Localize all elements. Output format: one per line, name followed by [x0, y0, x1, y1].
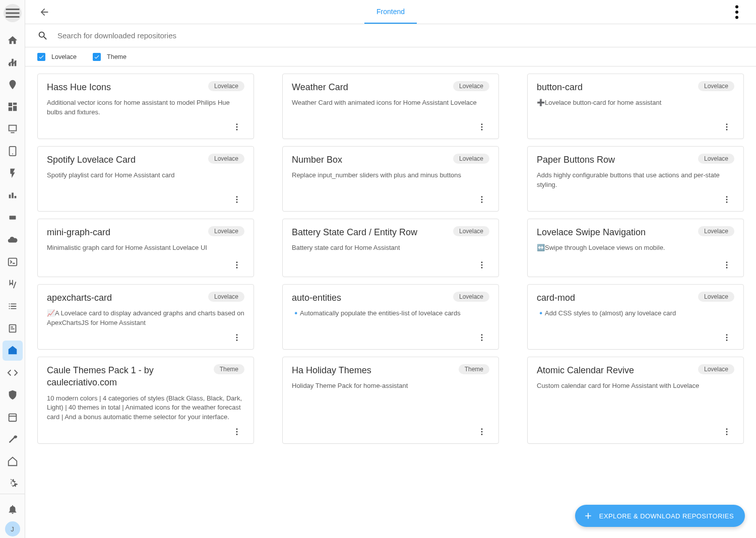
- repo-card[interactable]: Battery State Card / Entity RowLovelaceB…: [282, 219, 499, 277]
- header-more-button[interactable]: [728, 3, 746, 21]
- card-description: 🔹Automatically populate the entities-lis…: [292, 309, 489, 318]
- check-icon: [38, 54, 44, 60]
- card-more-button[interactable]: [474, 257, 489, 273]
- card-actions: [292, 422, 489, 439]
- nav-overview[interactable]: [3, 30, 23, 50]
- card-badge: Lovelace: [208, 81, 244, 91]
- nav-wrench[interactable]: [3, 429, 23, 449]
- repo-card[interactable]: Lovelace Swipe NavigationLovelace↔️Swipe…: [527, 219, 744, 277]
- repo-card[interactable]: card-modLovelace🔹Add CSS styles to (almo…: [527, 284, 744, 350]
- nav-calendar[interactable]: [3, 407, 23, 427]
- dots-vertical-icon: [722, 195, 731, 204]
- card-more-button[interactable]: [719, 192, 734, 207]
- dots-vertical-icon: [722, 427, 731, 436]
- repo-card[interactable]: Ha Holiday ThemesThemeHoliday Theme Pack…: [282, 357, 499, 444]
- svg-rect-2: [8, 258, 17, 266]
- card-more-button[interactable]: [229, 330, 244, 345]
- card-head: Atomic Calendar ReviveLovelace: [537, 364, 734, 376]
- nav-mobile[interactable]: [3, 141, 23, 161]
- repo-card[interactable]: Paper Buttons RowLovelaceAdds highly con…: [527, 146, 744, 212]
- repo-card[interactable]: Weather CardLovelaceWeather Card with an…: [282, 74, 499, 139]
- card-head: Paper Buttons RowLovelace: [537, 154, 734, 166]
- nav-chip[interactable]: [3, 208, 23, 228]
- card-title: Hass Hue Icons: [47, 81, 111, 93]
- repo-card[interactable]: Number BoxLovelaceReplace input_number s…: [282, 146, 499, 212]
- dots-vertical-icon: [477, 122, 486, 131]
- hamburger-icon: [4, 4, 22, 22]
- dots-vertical-icon: [728, 3, 746, 21]
- checkbox-lovelace[interactable]: [37, 53, 45, 61]
- card-more-button[interactable]: [719, 330, 734, 345]
- avatar[interactable]: J: [5, 521, 20, 536]
- card-more-button[interactable]: [229, 192, 244, 207]
- card-more-button[interactable]: [474, 330, 489, 345]
- card-head: card-modLovelace: [537, 292, 734, 304]
- search-row: [25, 24, 756, 47]
- card-description: Battery state card for Home Assistant: [292, 243, 489, 253]
- card-title: Caule Themes Pack 1 - by caulecriativo.c…: [47, 364, 209, 389]
- card-actions: [537, 255, 734, 273]
- card-more-button[interactable]: [229, 257, 244, 273]
- card-more-button[interactable]: [719, 424, 734, 439]
- nav-home2[interactable]: [3, 451, 23, 472]
- dots-vertical-icon: [477, 333, 486, 342]
- repo-card[interactable]: Hass Hue IconsLovelaceAdditional vector …: [37, 74, 254, 139]
- nav-terminal[interactable]: [3, 252, 23, 272]
- dots-vertical-icon: [722, 260, 731, 270]
- header: Frontend: [25, 0, 756, 24]
- repo-card[interactable]: Atomic Calendar ReviveLovelaceCustom cal…: [527, 357, 744, 444]
- nav-dashboard[interactable]: [3, 97, 23, 117]
- card-more-button[interactable]: [719, 257, 734, 273]
- nav-file[interactable]: [3, 318, 23, 339]
- nav-list[interactable]: [3, 296, 23, 316]
- repo-card[interactable]: auto-entitiesLovelace🔹Automatically popu…: [282, 284, 499, 350]
- nav-map[interactable]: [3, 75, 23, 95]
- nav-hacs[interactable]: [3, 341, 23, 361]
- tab-frontend[interactable]: Frontend: [364, 0, 417, 24]
- repo-card[interactable]: Spotify Lovelace CardLovelaceSpotify pla…: [37, 146, 254, 212]
- card-head: apexcharts-cardLovelace: [47, 292, 244, 304]
- search-input[interactable]: [57, 31, 744, 40]
- explore-fab[interactable]: EXPLORE & DOWNLOAD REPOSITORIES: [575, 505, 745, 527]
- card-head: Weather CardLovelace: [292, 81, 489, 93]
- card-title: Atomic Calendar Revive: [537, 364, 634, 376]
- svg-rect-1: [9, 216, 16, 219]
- nav-settings[interactable]: [3, 474, 23, 494]
- nav-code[interactable]: [3, 363, 23, 383]
- back-button[interactable]: [34, 2, 54, 22]
- dots-vertical-icon: [232, 427, 241, 436]
- card-description: 🔹Add CSS styles to (almost) any lovelace…: [537, 309, 734, 318]
- dots-vertical-icon: [477, 427, 486, 436]
- card-badge: Lovelace: [208, 226, 244, 236]
- card-more-button[interactable]: [229, 424, 244, 439]
- repo-card[interactable]: button-cardLovelace➕Lovelace button-card…: [527, 74, 744, 139]
- dots-vertical-icon: [477, 260, 486, 270]
- card-more-button[interactable]: [474, 119, 489, 134]
- card-more-button[interactable]: [474, 424, 489, 439]
- card-more-button[interactable]: [474, 192, 489, 207]
- dots-vertical-icon: [232, 260, 241, 270]
- nav-media[interactable]: [3, 119, 23, 139]
- checkbox-theme[interactable]: [93, 53, 101, 61]
- card-more-button[interactable]: [229, 119, 244, 134]
- nav-bars[interactable]: [3, 185, 23, 206]
- card-badge: Theme: [459, 364, 489, 374]
- nav-tools[interactable]: [3, 274, 23, 294]
- nav-flash[interactable]: [3, 163, 23, 183]
- nav-energy[interactable]: [3, 52, 23, 73]
- card-badge: Lovelace: [698, 154, 734, 164]
- nav-cloud[interactable]: [3, 230, 23, 250]
- hamburger-menu-button[interactable]: [4, 4, 22, 22]
- card-actions: [292, 328, 489, 345]
- card-description: 10 modern colors | 4 categories of style…: [47, 394, 244, 423]
- repo-card[interactable]: mini-graph-cardLovelaceMinimalistic grap…: [37, 219, 254, 277]
- card-title: Spotify Lovelace Card: [47, 154, 136, 166]
- card-more-button[interactable]: [719, 119, 734, 134]
- nav-notifications[interactable]: [3, 499, 23, 519]
- card-head: Battery State Card / Entity RowLovelace: [292, 226, 489, 238]
- card-title: Paper Buttons Row: [537, 154, 615, 166]
- nav-shield[interactable]: [3, 385, 23, 405]
- check-icon: [94, 54, 100, 60]
- repo-card[interactable]: Caule Themes Pack 1 - by caulecriativo.c…: [37, 357, 254, 444]
- repo-card[interactable]: apexcharts-cardLovelace📈A Lovelace card …: [37, 284, 254, 350]
